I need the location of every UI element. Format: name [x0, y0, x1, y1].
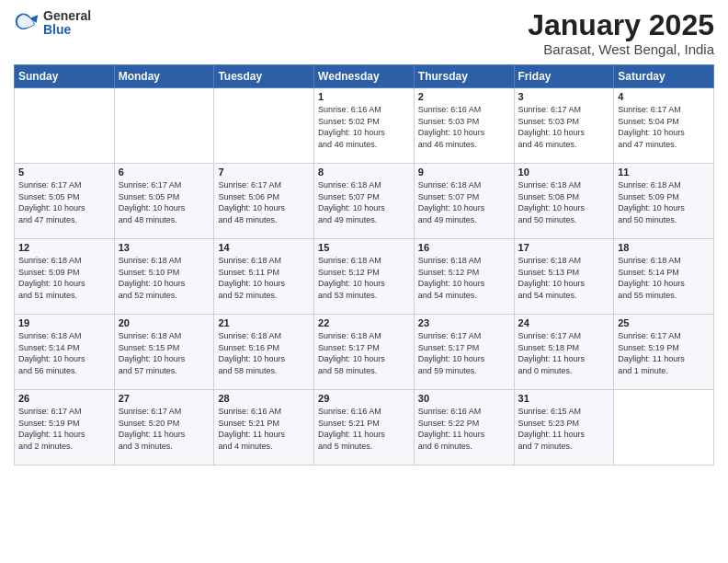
- day-number: 17: [518, 242, 610, 253]
- logo-blue: Blue: [43, 22, 71, 37]
- day-number: 15: [318, 242, 410, 253]
- calendar-cell: 2Sunrise: 6:16 AMSunset: 5:03 PMDaylight…: [414, 88, 514, 164]
- day-number: 10: [518, 167, 610, 178]
- calendar-week-row: 19Sunrise: 6:18 AMSunset: 5:14 PMDayligh…: [15, 315, 714, 390]
- day-info: Sunrise: 6:18 AMSunset: 5:07 PMDaylight:…: [318, 179, 410, 225]
- calendar-cell: 21Sunrise: 6:18 AMSunset: 5:16 PMDayligh…: [214, 315, 314, 390]
- calendar-cell: [114, 88, 214, 164]
- day-number: 3: [518, 91, 610, 102]
- day-number: 31: [518, 393, 610, 404]
- day-info: Sunrise: 6:17 AMSunset: 5:05 PMDaylight:…: [18, 179, 110, 225]
- calendar-cell: 3Sunrise: 6:17 AMSunset: 5:03 PMDaylight…: [514, 88, 614, 164]
- weekday-header: Sunday: [15, 65, 115, 88]
- logo-text: General Blue: [43, 9, 91, 38]
- day-info: Sunrise: 6:18 AMSunset: 5:11 PMDaylight:…: [218, 255, 310, 301]
- day-number: 29: [318, 393, 410, 404]
- calendar-cell: 10Sunrise: 6:18 AMSunset: 5:08 PMDayligh…: [514, 164, 614, 239]
- day-number: 27: [119, 393, 210, 404]
- calendar-week-row: 12Sunrise: 6:18 AMSunset: 5:09 PMDayligh…: [15, 239, 714, 315]
- day-info: Sunrise: 6:18 AMSunset: 5:09 PMDaylight:…: [618, 179, 710, 225]
- day-number: 26: [18, 393, 110, 404]
- day-info: Sunrise: 6:16 AMSunset: 5:21 PMDaylight:…: [318, 406, 410, 452]
- day-number: 8: [318, 167, 410, 178]
- day-info: Sunrise: 6:17 AMSunset: 5:19 PMDaylight:…: [618, 330, 710, 376]
- calendar-cell: 20Sunrise: 6:18 AMSunset: 5:15 PMDayligh…: [114, 315, 214, 390]
- weekday-header: Thursday: [414, 65, 514, 88]
- day-info: Sunrise: 6:18 AMSunset: 5:14 PMDaylight:…: [18, 330, 110, 376]
- day-number: 23: [418, 317, 510, 328]
- calendar-cell: 19Sunrise: 6:18 AMSunset: 5:14 PMDayligh…: [15, 315, 115, 390]
- day-info: Sunrise: 6:17 AMSunset: 5:05 PMDaylight:…: [119, 179, 210, 225]
- calendar-cell: 8Sunrise: 6:18 AMSunset: 5:07 PMDaylight…: [314, 164, 415, 239]
- day-info: Sunrise: 6:18 AMSunset: 5:17 PMDaylight:…: [318, 330, 410, 376]
- calendar-cell: 30Sunrise: 6:16 AMSunset: 5:22 PMDayligh…: [414, 390, 514, 465]
- calendar-cell: 28Sunrise: 6:16 AMSunset: 5:21 PMDayligh…: [214, 390, 314, 465]
- calendar-cell: 15Sunrise: 6:18 AMSunset: 5:12 PMDayligh…: [314, 239, 415, 315]
- calendar-cell: 12Sunrise: 6:18 AMSunset: 5:09 PMDayligh…: [15, 239, 115, 315]
- calendar-cell: 31Sunrise: 6:15 AMSunset: 5:23 PMDayligh…: [514, 390, 614, 465]
- day-number: 14: [218, 242, 310, 253]
- calendar-week-row: 1Sunrise: 6:16 AMSunset: 5:02 PMDaylight…: [15, 88, 714, 164]
- day-info: Sunrise: 6:18 AMSunset: 5:16 PMDaylight:…: [218, 330, 310, 376]
- day-info: Sunrise: 6:17 AMSunset: 5:19 PMDaylight:…: [18, 406, 110, 452]
- page: General Blue January 2025 Barasat, West …: [0, 0, 728, 563]
- weekday-header: Wednesday: [314, 65, 415, 88]
- day-info: Sunrise: 6:16 AMSunset: 5:22 PMDaylight:…: [418, 406, 510, 452]
- day-info: Sunrise: 6:18 AMSunset: 5:07 PMDaylight:…: [418, 179, 510, 225]
- calendar-cell: 5Sunrise: 6:17 AMSunset: 5:05 PMDaylight…: [15, 164, 115, 239]
- title-block: January 2025 Barasat, West Bengal, India: [528, 9, 714, 57]
- day-number: 13: [119, 242, 210, 253]
- day-number: 18: [618, 242, 710, 253]
- day-number: 4: [618, 91, 710, 102]
- logo-general: General: [43, 8, 91, 23]
- day-info: Sunrise: 6:16 AMSunset: 5:21 PMDaylight:…: [218, 406, 310, 452]
- day-info: Sunrise: 6:18 AMSunset: 5:15 PMDaylight:…: [119, 330, 210, 376]
- day-number: 25: [618, 317, 710, 328]
- day-number: 24: [518, 317, 610, 328]
- calendar-cell: [214, 88, 314, 164]
- day-info: Sunrise: 6:17 AMSunset: 5:18 PMDaylight:…: [518, 330, 610, 376]
- day-number: 19: [18, 317, 110, 328]
- day-info: Sunrise: 6:17 AMSunset: 5:03 PMDaylight:…: [518, 104, 610, 150]
- calendar-cell: 14Sunrise: 6:18 AMSunset: 5:11 PMDayligh…: [214, 239, 314, 315]
- weekday-header: Tuesday: [214, 65, 314, 88]
- day-info: Sunrise: 6:18 AMSunset: 5:10 PMDaylight:…: [119, 255, 210, 301]
- calendar-cell: 29Sunrise: 6:16 AMSunset: 5:21 PMDayligh…: [314, 390, 415, 465]
- day-info: Sunrise: 6:17 AMSunset: 5:20 PMDaylight:…: [119, 406, 210, 452]
- day-info: Sunrise: 6:15 AMSunset: 5:23 PMDaylight:…: [518, 406, 610, 452]
- calendar-cell: [614, 390, 714, 465]
- calendar-cell: 4Sunrise: 6:17 AMSunset: 5:04 PMDaylight…: [614, 88, 714, 164]
- calendar-cell: 22Sunrise: 6:18 AMSunset: 5:17 PMDayligh…: [314, 315, 415, 390]
- calendar-cell: 23Sunrise: 6:17 AMSunset: 5:17 PMDayligh…: [414, 315, 514, 390]
- calendar-week-row: 5Sunrise: 6:17 AMSunset: 5:05 PMDaylight…: [15, 164, 714, 239]
- day-number: 6: [119, 167, 210, 178]
- day-number: 11: [618, 167, 710, 178]
- calendar-table: SundayMondayTuesdayWednesdayThursdayFrid…: [14, 64, 714, 465]
- calendar-week-row: 26Sunrise: 6:17 AMSunset: 5:19 PMDayligh…: [15, 390, 714, 465]
- day-info: Sunrise: 6:18 AMSunset: 5:12 PMDaylight:…: [418, 255, 510, 301]
- day-info: Sunrise: 6:18 AMSunset: 5:09 PMDaylight:…: [18, 255, 110, 301]
- calendar-cell: [15, 88, 115, 164]
- day-number: 2: [418, 91, 510, 102]
- day-info: Sunrise: 6:17 AMSunset: 5:17 PMDaylight:…: [418, 330, 510, 376]
- day-number: 9: [418, 167, 510, 178]
- calendar-cell: 16Sunrise: 6:18 AMSunset: 5:12 PMDayligh…: [414, 239, 514, 315]
- logo: General Blue: [14, 9, 91, 38]
- day-number: 12: [18, 242, 110, 253]
- calendar-cell: 18Sunrise: 6:18 AMSunset: 5:14 PMDayligh…: [614, 239, 714, 315]
- calendar-cell: 9Sunrise: 6:18 AMSunset: 5:07 PMDaylight…: [414, 164, 514, 239]
- calendar-cell: 13Sunrise: 6:18 AMSunset: 5:10 PMDayligh…: [114, 239, 214, 315]
- day-info: Sunrise: 6:16 AMSunset: 5:02 PMDaylight:…: [318, 104, 410, 150]
- day-info: Sunrise: 6:17 AMSunset: 5:04 PMDaylight:…: [618, 104, 710, 150]
- weekday-header: Monday: [114, 65, 214, 88]
- day-number: 28: [218, 393, 310, 404]
- calendar-cell: 27Sunrise: 6:17 AMSunset: 5:20 PMDayligh…: [114, 390, 214, 465]
- day-number: 1: [318, 91, 410, 102]
- day-number: 22: [318, 317, 410, 328]
- day-number: 30: [418, 393, 510, 404]
- calendar-cell: 25Sunrise: 6:17 AMSunset: 5:19 PMDayligh…: [614, 315, 714, 390]
- day-info: Sunrise: 6:18 AMSunset: 5:12 PMDaylight:…: [318, 255, 410, 301]
- day-info: Sunrise: 6:18 AMSunset: 5:14 PMDaylight:…: [618, 255, 710, 301]
- month-title: January 2025: [528, 9, 714, 41]
- calendar-cell: 24Sunrise: 6:17 AMSunset: 5:18 PMDayligh…: [514, 315, 614, 390]
